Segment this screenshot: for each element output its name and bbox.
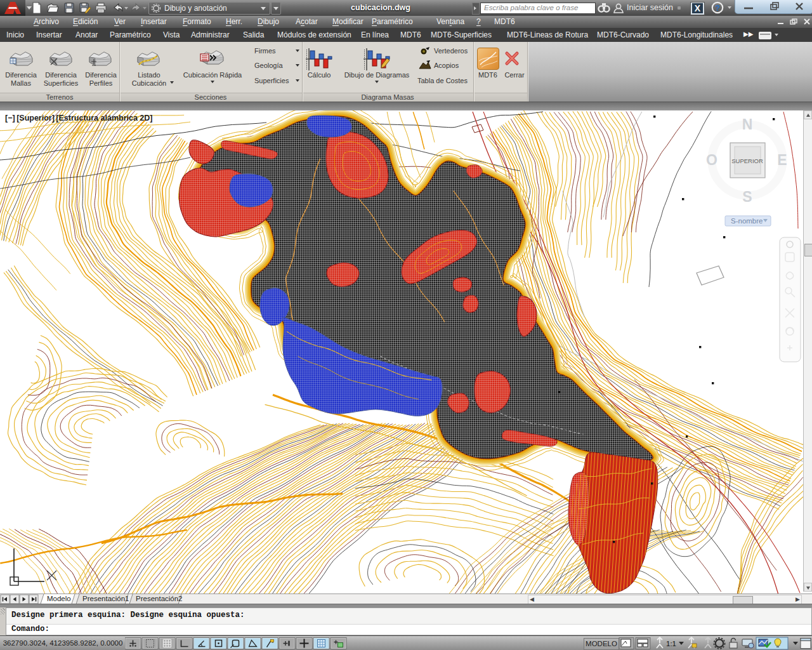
svg-text:?: ? (715, 4, 720, 13)
svg-text:SUPERIOR: SUPERIOR (731, 157, 763, 164)
svg-text:O: O (706, 152, 717, 168)
svg-text:E: E (777, 152, 787, 168)
svg-text:S: S (742, 189, 752, 205)
svg-text:1:1: 1:1 (666, 640, 676, 647)
svg-text:N: N (742, 116, 753, 133)
svg-text:S-nombre: S-nombre (731, 217, 763, 225)
svg-text:[−] [Superior] [Estructura alá: [−] [Superior] [Estructura alámbrica 2D] (5, 114, 153, 123)
